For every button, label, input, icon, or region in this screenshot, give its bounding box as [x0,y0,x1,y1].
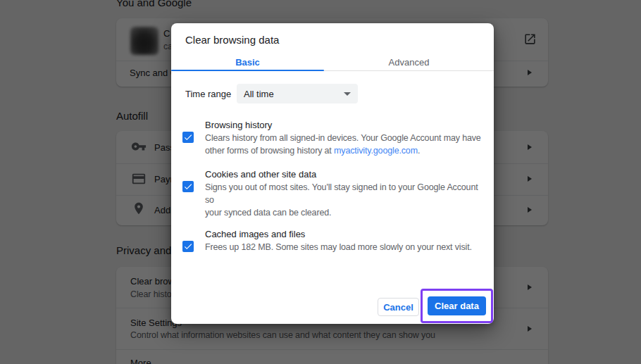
myactivity-link[interactable]: myactivity.google.com [334,146,418,156]
clear-browsing-data-dialog: Clear browsing data Basic Advanced Time … [171,23,494,324]
highlight-annotation-box: Clear data [421,289,493,323]
description-suffix: . [418,146,420,156]
time-range-value: All time [244,89,274,99]
checkbox-label: Cookies and other site data [205,168,488,181]
cancel-button[interactable]: Cancel [378,298,419,316]
cookies-checkbox[interactable] [182,181,194,192]
time-range-label: Time range [185,89,232,99]
checkbox-label: Cached images and files [205,227,488,241]
time-range-row: Time range All time [185,84,358,103]
active-tab-underline [171,70,324,71]
dialog-title: Clear browsing data [185,34,279,46]
chrome-settings-page: You and Google C ca Sync and Google serv… [0,0,641,364]
checkbox-list: Browsing history Clears history from all… [171,118,494,253]
dropdown-arrow-icon [344,92,351,96]
clear-data-button[interactable]: Clear data [428,296,486,315]
tab-advanced[interactable]: Advanced [324,55,494,70]
checkbox-description: Frees up 182 MB. Some sites may load mor… [205,241,488,253]
checkbox-description: Signs you out of most sites. You'll stay… [205,181,488,219]
checkbox-description: Clears history from all signed-in device… [205,132,488,157]
cached-images-checkbox[interactable] [182,241,194,252]
checkbox-row-browsing-history: Browsing history Clears history from all… [171,118,494,157]
tab-bar: Basic Advanced [171,55,494,71]
tab-basic[interactable]: Basic [171,55,324,70]
checkbox-text: Cookies and other site data Signs you ou… [205,168,488,219]
time-range-select[interactable]: All time [237,84,358,103]
checkbox-row-cookies: Cookies and other site data Signs you ou… [171,168,494,219]
checkbox-text: Cached images and files Frees up 182 MB.… [205,227,488,253]
checkbox-row-cached-images: Cached images and files Frees up 182 MB.… [171,227,494,253]
checkbox-label: Browsing history [205,118,488,132]
checkbox-text: Browsing history Clears history from all… [205,118,488,157]
browsing-history-checkbox[interactable] [182,132,194,143]
